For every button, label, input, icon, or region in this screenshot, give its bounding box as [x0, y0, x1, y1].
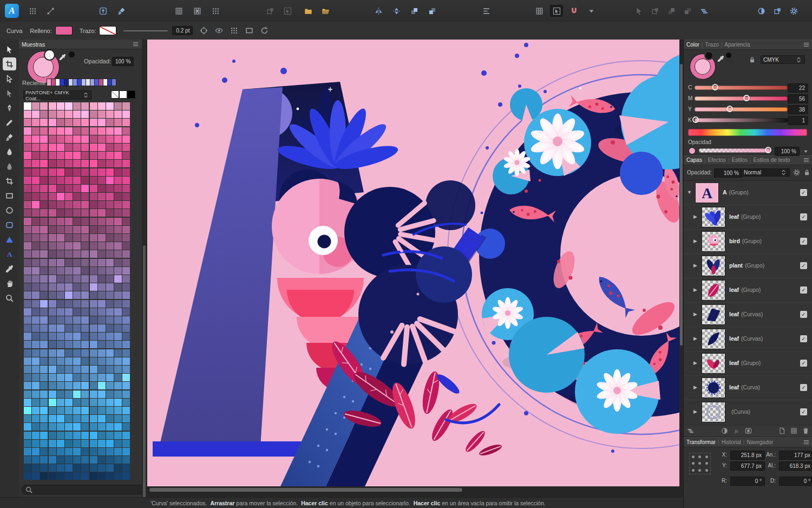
artistic-text-tool[interactable]: A	[3, 248, 16, 260]
swatch-cell[interactable]	[49, 259, 56, 266]
swatch-cell[interactable]	[24, 423, 31, 431]
artwork-canvas[interactable]	[147, 40, 679, 486]
swatch-cell[interactable]	[90, 160, 97, 167]
swatch-cell[interactable]	[49, 250, 56, 258]
swatch-cell[interactable]	[122, 316, 130, 324]
swatches-opacity-value[interactable]: 100 %	[112, 57, 134, 66]
disclosure-icon[interactable]: ▶	[693, 409, 697, 414]
swatch-cell[interactable]	[114, 177, 122, 184]
swatch-cell[interactable]	[32, 168, 40, 176]
swatch-cell[interactable]	[90, 201, 97, 209]
swatch-cell[interactable]	[24, 357, 31, 365]
anchor-point-grid[interactable]	[689, 453, 711, 474]
swatch-cell[interactable]	[106, 242, 114, 250]
opacity-slider[interactable]	[699, 148, 770, 153]
swatch-cell[interactable]	[98, 324, 106, 332]
swatch-cell[interactable]	[49, 226, 56, 233]
swatch-cell[interactable]	[106, 382, 114, 389]
swatch-cell[interactable]	[65, 464, 73, 472]
tab-efectos[interactable]: Efectos	[708, 157, 726, 163]
swatch-cell[interactable]	[122, 144, 130, 151]
swatch-cell[interactable]	[106, 160, 114, 167]
swatch-cell[interactable]	[57, 390, 64, 398]
swatch-cell[interactable]	[98, 300, 106, 308]
swatch-cell[interactable]	[40, 201, 48, 209]
artboard-tool[interactable]	[3, 57, 16, 70]
swatch-cell[interactable]	[24, 259, 31, 266]
swatch-cell[interactable]	[81, 440, 89, 447]
swatch-cell[interactable]	[57, 308, 64, 316]
swatch-cell[interactable]	[73, 144, 81, 151]
swatch-cell[interactable]	[57, 407, 64, 414]
swatch-cell[interactable]	[40, 333, 48, 340]
swatch-cell[interactable]	[98, 110, 106, 118]
swatch-cell[interactable]	[81, 201, 89, 209]
swatch-cell[interactable]	[24, 448, 31, 455]
swatch-cell[interactable]	[81, 250, 89, 258]
swatch-cell[interactable]	[73, 357, 81, 365]
swatch-cell[interactable]	[114, 275, 122, 283]
layer-visibility-checkbox[interactable]: ✓	[800, 238, 807, 245]
swatch-cell[interactable]	[57, 415, 64, 422]
swatch-cell[interactable]	[90, 390, 97, 398]
channel-value[interactable]: 1	[788, 116, 808, 125]
swatch-cell[interactable]	[65, 472, 73, 480]
swatch-cell[interactable]	[73, 160, 81, 167]
swatch-cell[interactable]	[65, 218, 73, 225]
swatch-cell[interactable]	[73, 102, 81, 110]
swatch-cell[interactable]	[73, 349, 81, 357]
recent-swatch[interactable]	[60, 79, 64, 86]
swatch-cell[interactable]	[49, 349, 56, 357]
swatch-cell[interactable]	[57, 160, 64, 167]
swatch-cell[interactable]	[98, 357, 106, 365]
swatch-cell[interactable]	[98, 283, 106, 291]
move-forward-icon[interactable]	[408, 5, 421, 17]
move-backward-icon[interactable]	[425, 5, 438, 17]
swatch-cell[interactable]	[98, 275, 106, 283]
show-orientation-icon[interactable]	[215, 27, 223, 35]
swatch-cell[interactable]	[57, 275, 64, 283]
swatch-cell[interactable]	[98, 399, 106, 406]
swatch-cell[interactable]	[32, 275, 40, 283]
transform-origin-icon[interactable]	[26, 5, 39, 17]
swatch-cell[interactable]	[106, 250, 114, 258]
pixel-persona-icon[interactable]	[115, 5, 128, 17]
node-tool[interactable]	[3, 72, 16, 85]
swatch-cell[interactable]	[57, 456, 64, 464]
channel-slider[interactable]	[695, 96, 788, 101]
swatch-cell[interactable]	[57, 341, 64, 348]
swatch-cell[interactable]	[57, 259, 64, 266]
swatch-cell[interactable]	[73, 185, 81, 192]
tab-estilos-de-texto[interactable]: Estilos de texto	[754, 157, 790, 163]
quick-swatch[interactable]	[120, 91, 127, 98]
swatch-cell[interactable]	[32, 267, 40, 275]
swatch-cell[interactable]	[24, 193, 31, 200]
move-by-whole-pixels-icon[interactable]	[550, 5, 563, 17]
swatch-cell[interactable]	[65, 177, 73, 184]
swatch-cell[interactable]	[114, 119, 122, 126]
swatch-cell[interactable]	[106, 218, 114, 225]
swatch-cell[interactable]	[90, 440, 97, 447]
swatch-cell[interactable]	[73, 366, 81, 373]
swatch-cell[interactable]	[106, 259, 114, 266]
disclosure-icon[interactable]: ▶	[693, 214, 697, 219]
swatch-cell[interactable]	[90, 432, 97, 439]
swatch-cell[interactable]	[90, 168, 97, 176]
swatch-cell[interactable]	[57, 201, 64, 209]
swatch-cell[interactable]	[32, 472, 40, 480]
swatch-cell[interactable]	[24, 316, 31, 324]
swatch-cell[interactable]	[90, 144, 97, 151]
swatch-cell[interactable]	[81, 349, 89, 357]
swatch-cell[interactable]	[73, 300, 81, 308]
swatch-cell[interactable]	[49, 300, 56, 308]
swatch-cell[interactable]	[122, 119, 130, 126]
fill-tool[interactable]	[3, 145, 16, 158]
swatch-cell[interactable]	[73, 152, 81, 159]
swatch-cell[interactable]	[81, 382, 89, 389]
swatch-cell[interactable]	[98, 234, 106, 242]
recent-swatch[interactable]	[56, 79, 60, 86]
swatch-cell[interactable]	[106, 333, 114, 340]
swatch-cell[interactable]	[106, 390, 114, 398]
swatch-cell[interactable]	[65, 193, 73, 200]
tab-apariencia[interactable]: Apariencia	[724, 42, 750, 48]
